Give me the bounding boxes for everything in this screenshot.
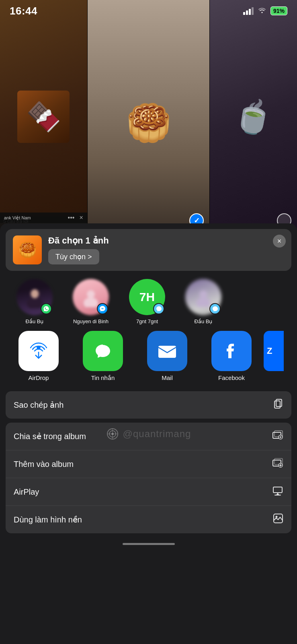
mail-label: Mail	[162, 374, 173, 381]
dots-icon[interactable]: •••	[68, 214, 75, 221]
messages-icon	[83, 331, 123, 371]
add-album-label: Thêm vào album	[14, 460, 74, 469]
bottom-indicator	[0, 537, 297, 548]
contact-name: 7gnt 7gnt	[136, 318, 158, 324]
svg-point-1	[27, 297, 43, 308]
app-item-airdrop[interactable]: AirDrop	[6, 331, 71, 382]
close-button[interactable]: ×	[273, 235, 286, 248]
contact-item[interactable]: Nguyen di Binh	[63, 279, 119, 324]
share-album-label: Chia sẻ trong album	[14, 431, 86, 441]
whatsapp-badge	[41, 303, 52, 314]
home-indicator	[123, 543, 175, 545]
contact-item[interactable]: Đầu Bụ	[175, 279, 231, 324]
airplay-item[interactable]: AirPlay	[6, 478, 291, 506]
photo-center[interactable]: 🥮 ✓	[88, 0, 210, 233]
contact-name: Đầu Bụ	[26, 318, 44, 324]
facebook-icon	[211, 331, 252, 371]
wallpaper-item[interactable]: Dùng làm hình nền	[6, 506, 291, 533]
signal-icon	[243, 7, 254, 15]
svg-point-4	[84, 297, 98, 307]
copy-photo-item[interactable]: Sao chép ảnh	[6, 391, 291, 419]
app-item-zalo[interactable]: Z	[264, 331, 284, 382]
svg-point-5	[199, 290, 207, 298]
share-thumbnail: 🥮	[13, 235, 42, 264]
close-notification-icon[interactable]: ×	[79, 214, 83, 221]
photo-left[interactable]: 🍫 5 câu trả lời 💬 Bình luận ↗ Chia s...	[0, 0, 88, 233]
svg-rect-27	[273, 487, 282, 493]
add-album-icon	[272, 458, 283, 471]
battery-icon: 91%	[270, 6, 287, 15]
svg-rect-16	[158, 346, 176, 358]
share-album-icon	[272, 430, 283, 443]
contact-name: Nguyen di Binh	[73, 318, 109, 324]
svg-rect-19	[274, 401, 280, 408]
app-item-facebook[interactable]: Facebook	[199, 331, 264, 382]
bank-text: ank Việt Nam	[4, 215, 31, 221]
wallpaper-icon	[273, 513, 283, 526]
wifi-icon	[258, 7, 266, 15]
svg-point-3	[87, 290, 95, 298]
imessage-badge	[153, 303, 164, 314]
airdrop-icon	[18, 331, 59, 371]
mail-icon	[147, 331, 187, 371]
app-item-messages[interactable]: Tin nhắn	[71, 331, 135, 382]
status-time: 16:44	[10, 5, 37, 17]
copy-photo-label: Sao chép ảnh	[14, 400, 63, 410]
contacts-row: Đầu Bụ Nguyen di Binh	[0, 271, 297, 329]
share-header-card: 🥮 Đã chọn 1 ảnh Tùy chọn > ×	[6, 229, 291, 271]
photo-right[interactable]: 🍵	[210, 0, 297, 233]
messages-label: Tin nhắn	[91, 374, 115, 382]
airplay-icon	[272, 485, 283, 498]
share-album-item[interactable]: Chia sẻ trong album	[6, 423, 291, 450]
svg-point-6	[196, 297, 211, 307]
add-album-item[interactable]: Thêm vào album	[6, 450, 291, 478]
share-sheet: 🥮 Đã chọn 1 ảnh Tùy chọn > ×	[0, 223, 297, 644]
svg-point-2	[31, 289, 39, 298]
menu-section-1: Sao chép ảnh	[6, 391, 291, 419]
facebook-label: Facebook	[218, 374, 245, 381]
options-button[interactable]: Tùy chọn >	[48, 249, 99, 264]
share-title: Đã chọn 1 ảnh	[48, 235, 284, 246]
copy-icon	[273, 398, 283, 411]
contact-item[interactable]: Đầu Bụ	[6, 279, 63, 324]
apps-row: AirDrop Tin nhắn Mail	[0, 329, 297, 387]
wallpaper-label: Dùng làm hình nền	[14, 515, 82, 524]
airdrop-label: AirDrop	[29, 374, 49, 381]
svg-point-29	[276, 516, 278, 518]
imessage-badge2	[209, 303, 221, 314]
app-item-mail[interactable]: Mail	[135, 331, 199, 382]
contact-item[interactable]: 7H 7gnt 7gnt	[119, 279, 175, 324]
menu-section-2: Chia sẻ trong album Thêm vào album	[6, 423, 291, 533]
messenger-badge	[97, 303, 108, 314]
contact-name: Đầu Bụ	[195, 318, 213, 324]
svg-rect-18	[276, 399, 282, 407]
status-bar: 16:44 91%	[0, 0, 297, 22]
airplay-label: AirPlay	[14, 487, 39, 497]
